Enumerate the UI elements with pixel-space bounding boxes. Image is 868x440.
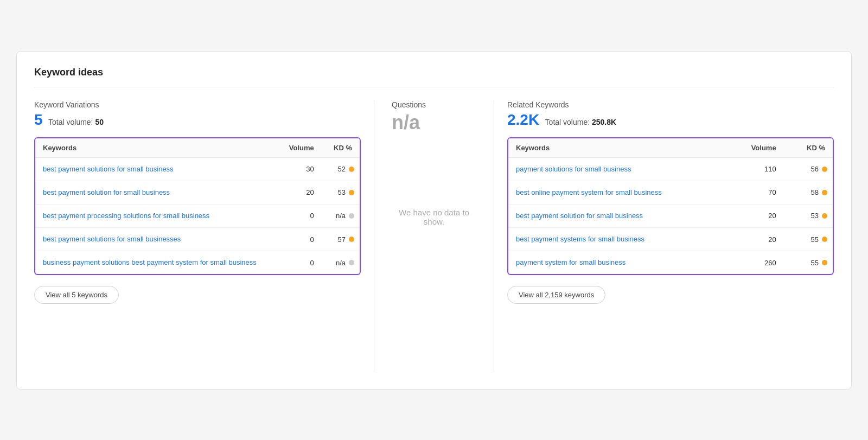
kd-dot (349, 190, 354, 195)
table-row: business payment solutions best payment … (35, 251, 360, 275)
card-title: Keyword ideas (34, 67, 834, 87)
table-row: payment solutions for small business 110… (508, 157, 833, 181)
keyword-cell: best payment solution for small business (508, 204, 729, 227)
keyword-link[interactable]: business payment solutions best payment … (43, 258, 257, 266)
no-data-message: We have no data to show. (392, 208, 476, 226)
keyword-link[interactable]: best payment processing solutions for sm… (43, 212, 209, 220)
variations-table: Keywords Volume KD % best payment soluti… (35, 138, 360, 275)
volume-cell: 70 (729, 181, 783, 204)
kd-value: 55 (805, 235, 819, 244)
table-row: best online payment system for small bus… (508, 181, 833, 204)
kd-value: n/a (331, 212, 346, 220)
keyword-link[interactable]: payment solutions for small business (516, 165, 631, 173)
variations-count: 5 (34, 111, 43, 128)
keyword-link[interactable]: best online payment system for small bus… (516, 188, 662, 196)
kd-cell: 58 (784, 181, 833, 204)
variations-col-keywords: Keywords (35, 138, 279, 158)
keyword-cell: payment solutions for small business (508, 157, 729, 181)
view-all-related-button[interactable]: View all 2,159 keywords (507, 286, 605, 304)
related-volume-value: 250.8K (592, 118, 616, 126)
variations-col-kd: KD % (322, 138, 360, 158)
keyword-cell: best payment systems for small business (508, 228, 729, 251)
keyword-link[interactable]: best payment solutions for small busines… (43, 235, 181, 243)
kd-dot (822, 237, 827, 242)
volume-cell: 0 (279, 204, 322, 227)
kd-value: 53 (331, 188, 346, 196)
related-col-kd: KD % (784, 138, 833, 158)
volume-cell: 0 (279, 251, 322, 275)
kd-cell: 57 (322, 228, 360, 251)
kd-value: 55 (805, 259, 819, 267)
kd-dot (349, 237, 354, 242)
questions-count: n/a (392, 111, 476, 134)
volume-cell: 20 (729, 228, 783, 251)
table-row: best payment systems for small business … (508, 228, 833, 251)
kd-value: 56 (805, 165, 819, 173)
related-table-container: Keywords Volume KD % payment solutions f… (507, 137, 834, 276)
related-section: Related Keywords 2.2K Total volume: 250.… (494, 100, 834, 304)
kd-value: 52 (331, 165, 346, 173)
related-col-keywords: Keywords (508, 138, 729, 158)
keyword-link[interactable]: best payment solution for small business (516, 212, 643, 220)
kd-dot (822, 167, 827, 172)
keyword-link[interactable]: payment system for small business (516, 258, 626, 266)
variations-section: Keyword Variations 5 Total volume: 50 Ke… (34, 100, 374, 304)
volume-cell: 0 (279, 228, 322, 251)
kd-cell: 55 (784, 251, 833, 275)
table-row: payment system for small business 260 55 (508, 251, 833, 275)
related-count: 2.2K (507, 111, 539, 128)
variations-meta: Keyword Variations 5 Total volume: 50 (34, 100, 361, 129)
volume-cell: 110 (729, 157, 783, 181)
kd-dot (349, 260, 354, 265)
keyword-cell: best payment processing solutions for sm… (35, 204, 279, 227)
keyword-cell: best payment solution for small business (35, 181, 279, 204)
kd-dot (822, 190, 827, 195)
volume-cell: 20 (279, 181, 322, 204)
kd-dot (822, 260, 827, 265)
kd-cell: 53 (322, 181, 360, 204)
questions-meta: Questions n/a (392, 100, 476, 134)
kd-cell: n/a (322, 204, 360, 227)
keyword-link[interactable]: best payment systems for small business (516, 235, 644, 243)
kd-value: 57 (331, 235, 346, 244)
kd-value: 53 (805, 212, 819, 220)
keyword-cell: best payment solutions for small busines… (35, 157, 279, 181)
keyword-link[interactable]: best payment solutions for small busines… (43, 165, 174, 173)
table-row: best payment processing solutions for sm… (35, 204, 360, 227)
volume-cell: 30 (279, 157, 322, 181)
variations-table-container: Keywords Volume KD % best payment soluti… (34, 137, 361, 276)
kd-cell: 52 (322, 157, 360, 181)
keyword-cell: payment system for small business (508, 251, 729, 275)
keyword-cell: best online payment system for small bus… (508, 181, 729, 204)
keyword-cell: business payment solutions best payment … (35, 251, 279, 275)
volume-cell: 260 (729, 251, 783, 275)
table-row: best payment solution for small business… (508, 204, 833, 227)
kd-value: 58 (805, 188, 819, 196)
view-all-variations-button[interactable]: View all 5 keywords (34, 286, 119, 304)
variations-label: Keyword Variations (34, 100, 361, 109)
table-row: best payment solution for small business… (35, 181, 360, 204)
sections-row: Keyword Variations 5 Total volume: 50 Ke… (34, 100, 834, 372)
keyword-cell: best payment solutions for small busines… (35, 228, 279, 251)
questions-section: Questions n/a We have no data to show. (374, 100, 494, 226)
keyword-ideas-card: Keyword ideas Keyword Variations 5 Total… (16, 51, 852, 390)
variations-volume: Total volume: 50 (48, 118, 104, 126)
kd-cell: 56 (784, 157, 833, 181)
kd-dot (349, 167, 354, 172)
kd-cell: 53 (784, 204, 833, 227)
kd-value: n/a (331, 259, 346, 267)
kd-dot (822, 213, 827, 219)
related-table: Keywords Volume KD % payment solutions f… (508, 138, 833, 275)
volume-cell: 20 (729, 204, 783, 227)
table-row: best payment solutions for small busines… (35, 157, 360, 181)
related-label: Related Keywords (507, 100, 834, 109)
related-col-volume: Volume (729, 138, 783, 158)
kd-cell: n/a (322, 251, 360, 275)
related-volume: Total volume: 250.8K (545, 118, 617, 126)
kd-dot (349, 213, 354, 219)
kd-cell: 55 (784, 228, 833, 251)
table-row: best payment solutions for small busines… (35, 228, 360, 251)
related-meta: Related Keywords 2.2K Total volume: 250.… (507, 100, 834, 129)
variations-volume-value: 50 (95, 118, 104, 126)
keyword-link[interactable]: best payment solution for small business (43, 188, 170, 196)
